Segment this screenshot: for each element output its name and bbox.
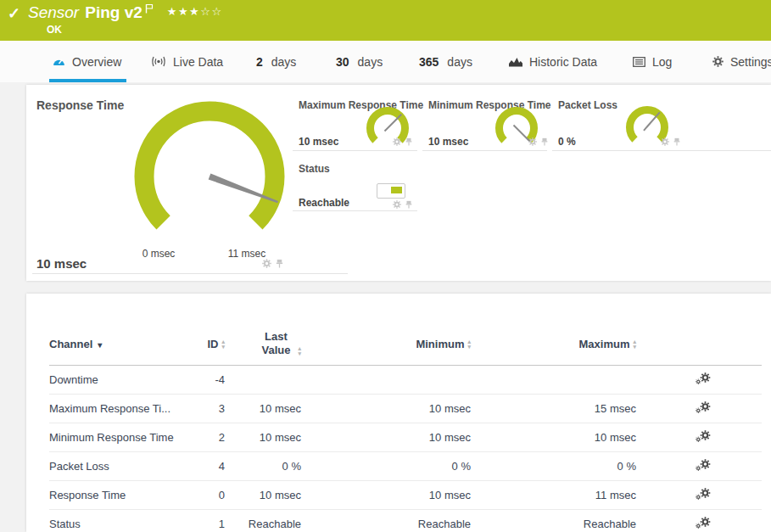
channel-name: Response Time [49,489,189,501]
response-time-gauge [129,96,290,257]
channel-maximum: 15 msec [471,402,636,415]
pin-icon[interactable] [275,259,284,268]
channel-name: Status [49,518,189,530]
table-row-response-time: Response Time 0 10 msec 10 msec 11 msec [49,481,762,510]
channel-name: Downtime [49,373,189,386]
gear-icon[interactable] [528,137,537,146]
gauge-actions [661,137,681,146]
channel-minimum: 10 msec [301,402,471,415]
column-header-last-value[interactable]: Last Value▴▾ [225,330,301,357]
pin-icon[interactable] [540,137,549,146]
sort-icon: ▴▾ [633,339,636,350]
gauge-title-packet-loss: Packet Loss [558,99,617,111]
gear-icon[interactable] [661,137,669,146]
table-row-downtime: Downtime -4 [49,366,762,395]
max-response-time-gauge [362,103,413,154]
table-row-packet-loss: Packet Loss 4 0 % 0 % 0 % [49,452,762,481]
tab-365-days[interactable]: 365 days [419,41,472,82]
tab-historic-data[interactable]: Historic Data [509,41,597,82]
channel-id: 2 [189,431,225,444]
channel-id: 0 [189,489,225,501]
tab-label: Overview [72,55,121,69]
min-rt-value: 10 msec [428,136,468,148]
gear-icon[interactable] [262,259,271,268]
tab-live-data[interactable]: Live Data [151,41,223,82]
gauge-icon [53,56,65,68]
tab-number: 2 [256,55,263,69]
channel-minimum: Reachable [301,518,471,530]
channel-settings-icon[interactable] [696,372,711,385]
table-header-row: Channel▾ ID▴▾ Last Value▴▾ Minimum▴▾ Max… [49,322,762,366]
channel-minimum: 10 msec [301,489,471,501]
tab-label: days [447,55,472,69]
gauge-actions [393,137,413,146]
sort-desc-icon: ▾ [98,340,102,350]
status-toggle-knob [391,187,402,193]
tab-overview[interactable]: Overview [53,41,121,82]
channel-maximum: Reachable [471,518,636,530]
column-header-minimum[interactable]: Minimum▴▾ [301,338,471,350]
broadcast-icon [151,56,166,67]
channel-settings-icon[interactable] [696,517,711,529]
gauge-actions [393,200,413,209]
tab-number: 30 [336,55,349,69]
channel-id: -4 [189,373,225,386]
gear-icon[interactable] [393,137,401,146]
tab-bar: Overview Live Data 2 days 30 days 365 da… [0,41,771,82]
tab-label: Log [652,55,672,69]
pin-icon[interactable] [673,137,681,146]
tab-label: days [271,55,297,69]
pin-icon[interactable] [405,137,413,146]
log-list-icon [633,57,645,67]
packet-loss-value: 0 % [558,136,576,148]
channel-settings-icon[interactable] [696,459,711,472]
channel-maximum: 0 % [471,460,636,473]
channel-last-value: Reachable [225,518,301,530]
divider [422,150,547,151]
channel-last-value: 10 msec [225,489,301,501]
tab-log[interactable]: Log [633,41,672,82]
status-toggle [377,183,405,199]
channels-table: Channel▾ ID▴▾ Last Value▴▾ Minimum▴▾ Max… [49,322,762,532]
sensor-header: ✓ Sensor Ping v2 ★★★☆☆ OK [0,0,771,41]
pin-icon[interactable] [405,200,413,209]
status-check-icon: ✓ [8,4,20,23]
channel-maximum: 10 msec [471,431,636,444]
column-header-id[interactable]: ID▴▾ [189,338,225,350]
tab-2-days[interactable]: 2 days [256,41,296,82]
gear-icon[interactable] [393,200,401,209]
table-row-max-response-time: Maximum Response Ti... 3 10 msec 10 msec… [49,395,762,423]
channel-settings-icon[interactable] [696,430,711,443]
tab-label: Historic Data [529,55,597,69]
tab-30-days[interactable]: 30 days [336,41,383,82]
divider [293,210,417,211]
sensor-title: Sensor Ping v2 ★★★☆☆ [28,3,223,23]
channel-minimum: 10 msec [301,431,471,444]
channel-id: 3 [189,402,225,415]
divider [32,273,348,274]
gear-icon [712,56,724,67]
max-rt-value: 10 msec [299,136,338,148]
gauges-panel: Response Time 0 msec 11 msec 10 msec Max… [26,85,771,281]
priority-flag-icon [145,3,154,14]
tab-settings[interactable]: Settings [712,41,771,82]
area-chart-icon [509,56,522,67]
gauge-actions [528,137,549,146]
stars-filled: ★★★ [167,5,200,18]
channel-minimum: 0 % [301,460,471,473]
column-header-channel[interactable]: Channel▾ [49,338,189,350]
channel-maximum: 11 msec [471,489,636,501]
gauge-title-response-time: Response Time [36,98,124,112]
channel-settings-icon[interactable] [696,488,711,501]
column-header-maximum[interactable]: Maximum▴▾ [471,338,636,350]
tab-label: days [358,55,383,69]
channel-last-value: 0 % [225,460,301,473]
stars-empty: ☆☆ [200,5,222,18]
status-value: Reachable [299,197,349,209]
table-row-min-response-time: Minimum Response Time 2 10 msec 10 msec … [49,423,762,452]
gauge-title-status: Status [299,163,330,175]
channel-id: 4 [189,460,225,473]
channel-settings-icon[interactable] [696,401,711,414]
priority-stars[interactable]: ★★★☆☆ [167,5,223,18]
gauge-actions [262,259,284,268]
